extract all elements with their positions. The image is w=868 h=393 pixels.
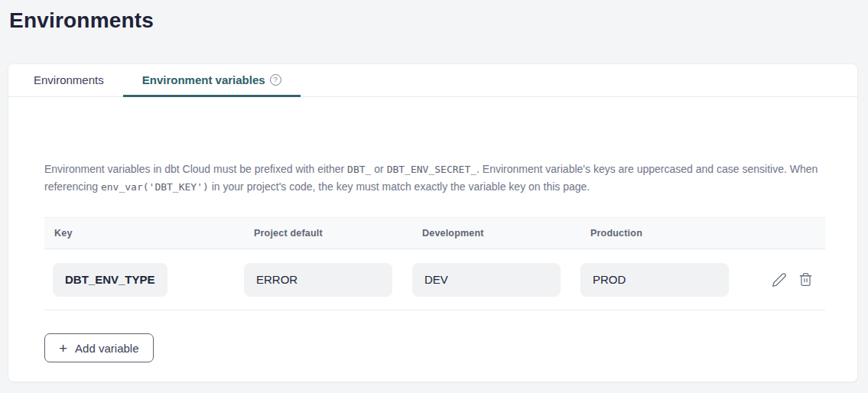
add-variable-label: Add variable: [75, 342, 138, 355]
description: Environment variables in dbt Cloud must …: [44, 161, 824, 196]
help-icon[interactable]: ?: [270, 74, 281, 86]
edit-button[interactable]: [772, 272, 787, 287]
column-header-key: Key: [44, 228, 244, 239]
add-variable-button[interactable]: + Add variable: [44, 333, 154, 362]
tab-environment-variables[interactable]: Environment variables ?: [123, 64, 301, 97]
description-text: in your project's code, the key must mat…: [209, 180, 590, 193]
description-text: Environment variables in dbt Cloud must …: [44, 163, 347, 175]
tab-bar: Environments Environment variables ?: [8, 64, 857, 97]
code-dbt-env-secret-prefix: DBT_ENV_SECRET_: [387, 164, 476, 175]
page-title: Environments: [0, 0, 868, 34]
pencil-icon: [772, 272, 787, 287]
cell-development: DEV: [412, 263, 580, 297]
delete-button[interactable]: [798, 272, 813, 287]
cell-key: DBT_ENV_TYPE: [44, 263, 244, 297]
variable-key-value: DBT_ENV_TYPE: [53, 263, 167, 297]
row-actions: [749, 272, 825, 287]
code-dbt-prefix: DBT_: [347, 164, 371, 175]
environments-card: Environments Environment variables ? Env…: [8, 63, 858, 382]
production-value: PROD: [580, 263, 729, 297]
tab-environments-label: Environments: [34, 73, 104, 86]
code-env-var-example: env_var('DBT_KEY'): [101, 181, 209, 193]
column-header-project-default: Project default: [244, 228, 412, 239]
cell-project-default: ERROR: [244, 263, 412, 297]
column-header-production: Production: [580, 228, 749, 239]
description-text: or: [371, 163, 386, 175]
project-default-value: ERROR: [244, 263, 392, 297]
tab-environments[interactable]: Environments: [15, 64, 123, 97]
table-header-row: Key Project default Development Producti…: [44, 217, 825, 249]
tab-content: Environment variables in dbt Cloud must …: [8, 161, 857, 362]
table-row: DBT_ENV_TYPE ERROR DEV PROD: [44, 249, 825, 310]
trash-icon: [798, 272, 813, 287]
plus-icon: +: [59, 341, 67, 356]
tab-environment-variables-label: Environment variables: [142, 73, 265, 86]
column-header-development: Development: [412, 228, 580, 239]
cell-production: PROD: [580, 263, 749, 297]
development-value: DEV: [412, 263, 561, 297]
environment-variables-table: Key Project default Development Producti…: [44, 217, 825, 310]
